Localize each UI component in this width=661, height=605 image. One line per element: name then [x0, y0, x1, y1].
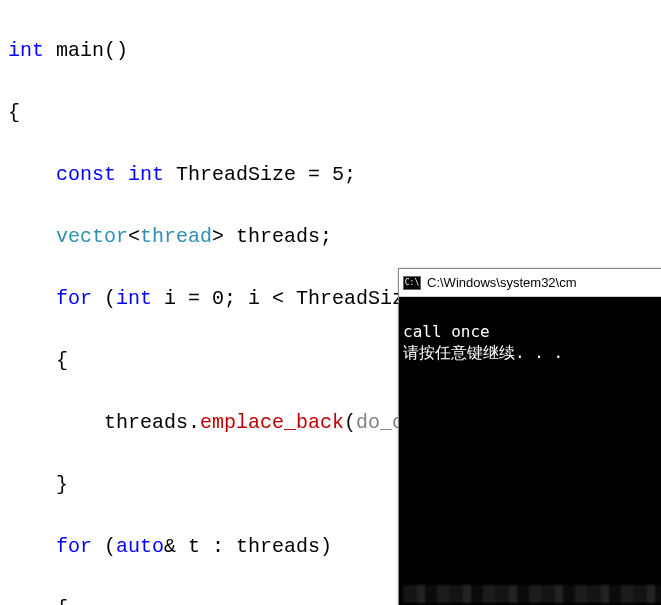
window-titlebar[interactable]: C:\ C:\Windows\system32\cm — [399, 269, 661, 297]
console-line: call once — [403, 321, 661, 343]
code-line: int main() — [8, 35, 653, 66]
command-prompt-window[interactable]: C:\ C:\Windows\system32\cm call once请按任意… — [398, 268, 661, 605]
window-title: C:\Windows\system32\cm — [427, 275, 577, 290]
console-output[interactable]: call once请按任意键继续. . . — [399, 297, 661, 605]
console-line: 请按任意键继续. . . — [403, 342, 661, 364]
cmd-icon: C:\ — [403, 276, 421, 290]
code-line: vector<thread> threads; — [8, 221, 653, 252]
code-line: { — [8, 97, 653, 128]
code-line: const int ThreadSize = 5; — [8, 159, 653, 190]
pixelated-region — [403, 585, 661, 603]
